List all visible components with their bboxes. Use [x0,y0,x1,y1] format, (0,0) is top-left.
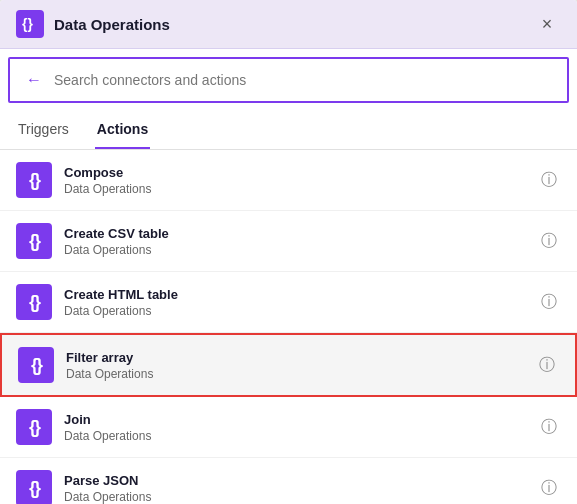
action-icon-create-csv: {} [16,223,52,259]
data-operations-dialog: {} Data Operations × ← Triggers Actions … [0,0,577,504]
info-button-parse-json[interactable]: ⓘ [537,476,561,500]
action-item-compose[interactable]: {} Compose Data Operations ⓘ [0,150,577,211]
info-button-compose[interactable]: ⓘ [537,168,561,192]
action-name-create-html: Create HTML table [64,287,537,302]
action-text-join: Join Data Operations [64,412,537,443]
action-category-compose: Data Operations [64,182,537,196]
dialog-icon: {} [16,10,44,38]
action-text-filter-array: Filter array Data Operations [66,350,535,381]
search-bar: ← [8,57,569,103]
tab-actions[interactable]: Actions [95,111,150,149]
action-item-parse-json[interactable]: {} Parse JSON Data Operations ⓘ [0,458,577,504]
info-button-join[interactable]: ⓘ [537,415,561,439]
action-category-create-csv: Data Operations [64,243,537,257]
dialog-title: Data Operations [54,16,170,33]
svg-text:{}: {} [22,16,33,32]
action-item-filter-array[interactable]: {} Filter array Data Operations ⓘ [0,333,577,397]
action-name-join: Join [64,412,537,427]
action-category-create-html: Data Operations [64,304,537,318]
actions-list: {} Compose Data Operations ⓘ {} Create C… [0,150,577,504]
action-icon-compose: {} [16,162,52,198]
info-button-create-html[interactable]: ⓘ [537,290,561,314]
action-text-parse-json: Parse JSON Data Operations [64,473,537,504]
info-button-create-csv[interactable]: ⓘ [537,229,561,253]
info-button-filter-array[interactable]: ⓘ [535,353,559,377]
action-item-create-csv[interactable]: {} Create CSV table Data Operations ⓘ [0,211,577,272]
action-category-filter-array: Data Operations [66,367,535,381]
action-text-create-html: Create HTML table Data Operations [64,287,537,318]
action-category-parse-json: Data Operations [64,490,537,504]
action-name-parse-json: Parse JSON [64,473,537,488]
action-icon-filter-array: {} [18,347,54,383]
close-button[interactable]: × [533,10,561,38]
action-item-create-html[interactable]: {} Create HTML table Data Operations ⓘ [0,272,577,333]
action-text-create-csv: Create CSV table Data Operations [64,226,537,257]
dialog-header: {} Data Operations × [0,0,577,49]
action-category-join: Data Operations [64,429,537,443]
action-item-join[interactable]: {} Join Data Operations ⓘ [0,397,577,458]
action-icon-parse-json: {} [16,470,52,504]
action-name-compose: Compose [64,165,537,180]
header-left: {} Data Operations [16,10,170,38]
action-icon-create-html: {} [16,284,52,320]
action-text-compose: Compose Data Operations [64,165,537,196]
search-input[interactable] [54,72,555,88]
action-icon-join: {} [16,409,52,445]
back-button[interactable]: ← [22,69,46,91]
action-name-filter-array: Filter array [66,350,535,365]
action-name-create-csv: Create CSV table [64,226,537,241]
tabs-bar: Triggers Actions [0,111,577,150]
tab-triggers[interactable]: Triggers [16,111,71,149]
